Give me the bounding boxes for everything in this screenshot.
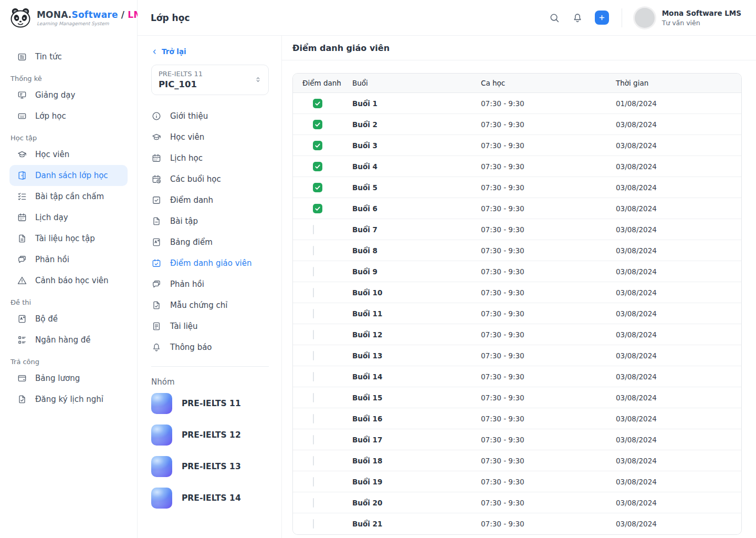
class-menu-item-notifications[interactable]: Thông báo — [151, 337, 269, 358]
class-menu-item-intro[interactable]: Giới thiệu — [151, 106, 269, 127]
leave-icon — [17, 394, 27, 405]
session-cell: Buổi 3 — [352, 141, 481, 150]
grades-icon — [151, 237, 162, 247]
attendance-checkbox-unchecked[interactable] — [313, 288, 314, 297]
attendance-checkbox-unchecked[interactable] — [313, 267, 314, 276]
bell-icon[interactable] — [572, 12, 583, 24]
calendar-icon — [151, 153, 162, 163]
check-icon — [314, 163, 321, 170]
shift-cell: 07:30 - 9:30 — [481, 457, 616, 465]
class-menu-item-schedule[interactable]: Lịch học — [151, 148, 269, 169]
panda-logo-icon — [9, 7, 32, 28]
panel-divider — [151, 366, 269, 367]
attendance-checkbox-checked[interactable] — [313, 99, 322, 108]
sidebar-item-student-warning[interactable]: Cảnh báo học viên — [9, 270, 128, 291]
table-row: Buổi 1407:30 - 9:3003/08/2024 — [293, 366, 741, 387]
date-cell: 03/08/2024 — [616, 183, 741, 192]
sidebar-item-leave-request[interactable]: Đăng ký lịch nghỉ — [9, 389, 128, 410]
class-menu-item-grades[interactable]: Bảng điểm — [151, 232, 269, 253]
column-header-shift: Ca học — [481, 79, 616, 87]
sidebar-item-class-list[interactable]: Danh sách lớp học — [9, 165, 128, 186]
sidebar-item-study-materials[interactable]: Tài liệu học tập — [9, 228, 128, 249]
attendance-cell — [293, 394, 352, 402]
sidebar-item-students[interactable]: Học viên — [9, 144, 128, 165]
sidebar-item-label: Ngân hàng đề — [35, 335, 90, 345]
attendance-checkbox-unchecked[interactable] — [313, 477, 314, 487]
brand-logo[interactable]: MONA.Software / LMS Learning Management … — [0, 0, 137, 36]
table-header-row: Điểm danh Buổi Ca học Thời gian — [293, 74, 741, 93]
class-menu-item-label: Thông báo — [170, 343, 212, 352]
table-row: Buổi 207:30 - 9:3003/08/2024 — [293, 114, 741, 135]
check-icon — [314, 142, 321, 149]
date-cell: 03/08/2024 — [616, 162, 741, 171]
attendance-checkbox-unchecked[interactable] — [313, 393, 314, 402]
groups-title: Nhóm — [151, 377, 269, 387]
sidebar-item-news[interactable]: Tin tức — [9, 46, 128, 67]
group-item[interactable]: PRE-IELTS 12 — [151, 425, 269, 446]
group-item[interactable]: PRE-IELTS 14 — [151, 488, 269, 509]
attendance-checkbox-unchecked[interactable] — [313, 372, 314, 381]
group-item[interactable]: PRE-IELTS 13 — [151, 456, 269, 477]
sidebar-item-teaching[interactable]: Giảng dạy — [9, 85, 128, 106]
sidebar-item-label: Học viên — [35, 150, 69, 159]
attendance-checkbox-checked[interactable] — [313, 162, 322, 171]
class-selector[interactable]: PRE-IELTS 11 PIC_101 — [151, 65, 269, 95]
session-cell: Buổi 11 — [352, 309, 481, 318]
sidebar-item-teaching-schedule[interactable]: Lịch dạy — [9, 207, 128, 228]
class-menu-item-feedback[interactable]: Phản hồi — [151, 274, 269, 295]
session-cell: Buổi 20 — [352, 499, 481, 507]
sidebar-item-exam-sets[interactable]: Bộ đề — [9, 308, 128, 329]
back-link[interactable]: Trở lại — [151, 47, 186, 56]
class-menu-item-attendance[interactable]: Điểm danh — [151, 190, 269, 211]
class-menu-item-materials[interactable]: Tài liệu — [151, 316, 269, 337]
attendance-checkbox-checked[interactable] — [313, 141, 322, 150]
date-cell: 03/08/2024 — [616, 436, 741, 444]
attendance-checkbox-unchecked[interactable] — [313, 225, 314, 234]
session-cell: Buổi 16 — [352, 415, 481, 423]
attendance-checkbox-checked[interactable] — [313, 120, 322, 129]
class-code-label: PIC_101 — [159, 79, 203, 89]
attendance-checkbox-unchecked[interactable] — [313, 519, 314, 529]
attendance-checkbox-checked[interactable] — [313, 183, 322, 192]
class-icon — [17, 111, 27, 121]
date-cell: 03/08/2024 — [616, 288, 741, 297]
attendance-checkbox-unchecked[interactable] — [313, 309, 314, 318]
class-selector-text: PRE-IELTS 11 PIC_101 — [159, 70, 203, 89]
main-panel: Điểm danh giáo viên Điểm danh Buổi Ca họ… — [282, 36, 756, 538]
attendance-checkbox-checked[interactable] — [313, 204, 322, 213]
group-item[interactable]: PRE-IELTS 11 — [151, 393, 269, 414]
class-menu-item-sessions[interactable]: Các buổi học — [151, 169, 269, 190]
sidebar-item-question-bank[interactable]: Ngân hàng đề — [9, 329, 128, 350]
date-cell: 03/08/2024 — [616, 394, 741, 402]
attendance-cell — [293, 204, 352, 213]
search-icon[interactable] — [549, 12, 560, 24]
attendance-checkbox-unchecked[interactable] — [313, 330, 314, 339]
attendance-checkbox-unchecked[interactable] — [313, 435, 314, 444]
attendance-checkbox-unchecked[interactable] — [313, 246, 314, 255]
sidebar-item-payroll[interactable]: Bảng lương — [9, 368, 128, 389]
sidebar-section-title: Thống kê — [9, 67, 128, 85]
date-cell: 03/08/2024 — [616, 141, 741, 150]
class-menu-item-assignments[interactable]: Bài tập — [151, 211, 269, 232]
table-row: Buổi 2107:30 - 9:3003/08/2024 — [293, 513, 741, 534]
class-menu-item-teacher-attendance[interactable]: Điểm danh giáo viên — [151, 253, 269, 274]
shift-cell: 07:30 - 9:30 — [481, 436, 616, 444]
attendance-checkbox-unchecked[interactable] — [313, 498, 314, 508]
sidebar-item-feedback[interactable]: Phản hồi — [9, 249, 128, 270]
attendance-checkbox-unchecked[interactable] — [313, 414, 314, 423]
sidebar-item-classes[interactable]: Lớp học — [9, 106, 128, 127]
class-menu-item-students[interactable]: Học viên — [151, 127, 269, 148]
checklist-icon — [17, 191, 27, 202]
shift-cell: 07:30 - 9:30 — [481, 499, 616, 507]
sidebar-item-grading[interactable]: Bài tập cần chấm — [9, 186, 128, 207]
user-menu[interactable]: Mona Software LMS Tư vấn viên — [635, 8, 741, 28]
class-menu-item-certificate-template[interactable]: Mẫu chứng chỉ — [151, 295, 269, 316]
sidebar-section-title: Đề thi — [9, 291, 128, 308]
attendance-cell — [293, 499, 352, 507]
attendance-checkbox-unchecked[interactable] — [313, 456, 314, 465]
add-button[interactable] — [595, 11, 609, 25]
session-cell: Buổi 18 — [352, 457, 481, 465]
teaching-icon — [17, 90, 27, 100]
attendance-checkbox-unchecked[interactable] — [313, 351, 314, 360]
date-cell: 03/08/2024 — [616, 120, 741, 129]
